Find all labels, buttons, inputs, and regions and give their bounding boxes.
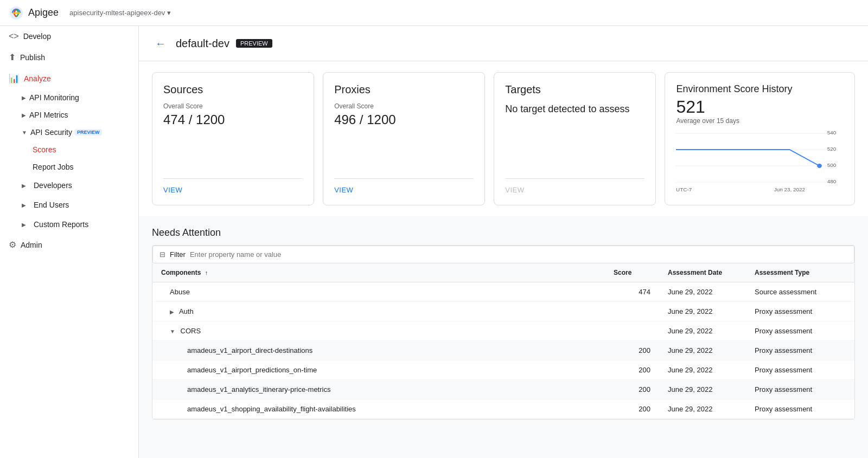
table-row: amadeus_v1_analytics_itinerary-price-met… (152, 380, 854, 399)
th-type-label: Assessment Type (755, 269, 809, 276)
needs-attention-table: Components ↑ Score Assessment Date Asses… (152, 263, 854, 419)
th-components-label: Components (161, 269, 201, 276)
page-header: ← default-dev PREVIEW (139, 26, 868, 61)
report-jobs-label: Report Jobs (33, 163, 73, 171)
proxies-card: Proxies Overall Score 496 / 1200 VIEW (323, 72, 485, 205)
main-content: ← default-dev PREVIEW Sources Overall Sc… (139, 26, 868, 458)
api-metrics-label: API Metrics (29, 111, 68, 119)
svg-text:UTC-7: UTC-7 (676, 186, 692, 192)
row-score: 200 (605, 380, 659, 399)
logo: Apigee (9, 5, 59, 21)
th-date-label: Assessment Date (668, 269, 722, 276)
sidebar-item-develop[interactable]: <> Develop (0, 26, 138, 47)
row-score (605, 302, 659, 321)
sidebar-item-report-jobs[interactable]: Report Jobs (0, 158, 138, 176)
row-score: 200 (605, 399, 659, 419)
sidebar-item-api-security[interactable]: ▼ API Security PREVIEW (0, 124, 138, 141)
table-row: ▶ Auth June 29, 2022 Proxy assessment (152, 302, 854, 321)
admin-label: Admin (21, 241, 42, 249)
targets-no-target-text: No target detected to assess (505, 102, 644, 116)
svg-text:Jun 23, 2022: Jun 23, 2022 (774, 186, 805, 192)
api-security-preview-badge: PREVIEW (74, 129, 103, 136)
proxies-view-link[interactable]: VIEW (334, 186, 353, 194)
row-score: 474 (605, 282, 659, 302)
svg-text:480: 480 (827, 178, 837, 184)
row-name: Abuse (170, 288, 190, 296)
apigee-logo-icon (9, 5, 24, 21)
filter-bar: ⊟ Filter (152, 246, 854, 263)
preview-tag: PREVIEW (236, 39, 272, 48)
sidebar-item-custom-reports[interactable]: ▶ Custom Reports (0, 215, 138, 234)
env-selector[interactable]: apisecurity-mltest-apigeex-dev ▾ (69, 9, 171, 17)
sidebar-item-api-metrics[interactable]: ▶ API Metrics (0, 106, 138, 124)
sources-score-label: Overall Score (163, 102, 303, 110)
row-name: Auth (179, 307, 194, 315)
sidebar-item-analyze[interactable]: 📊 Analyze (0, 68, 138, 89)
api-monitoring-label: API Monitoring (29, 93, 79, 102)
table-row: ▼ CORS June 29, 2022 Proxy assessment (152, 321, 854, 341)
th-assessment-date[interactable]: Assessment Date (659, 263, 746, 282)
sidebar-analyze-label: Analyze (24, 74, 51, 83)
table-row: amadeus_v1_shopping_availability_flight-… (152, 399, 854, 419)
app-title: Apigee (28, 7, 59, 18)
row-name: amadeus_v1_airport_predictions_on-time (187, 366, 317, 374)
table-row: amadeus_v1_airport_predictions_on-time 2… (152, 360, 854, 380)
proxies-title: Proxies (334, 83, 474, 96)
filter-icon: ⊟ (159, 250, 165, 259)
row-type: Proxy assessment (746, 321, 854, 341)
api-security-label: API Security (30, 128, 72, 137)
th-score[interactable]: Score (605, 263, 659, 282)
scores-label: Scores (33, 145, 56, 154)
env-score-chart: 540 520 500 480 UTC-7 (676, 129, 844, 194)
arrow-icon2: ▶ (22, 112, 26, 118)
table-row: amadeus_v1_airport_direct-destinations 2… (152, 341, 854, 360)
row-type: Proxy assessment (746, 360, 854, 380)
proxies-score-label: Overall Score (334, 102, 474, 110)
th-assessment-type[interactable]: Assessment Type (746, 263, 854, 282)
row-type: Proxy assessment (746, 341, 854, 360)
row-score: 200 (605, 341, 659, 360)
expand-icon[interactable]: ▶ (170, 309, 174, 315)
sidebar-item-end-users[interactable]: ▶ End Users (0, 195, 138, 215)
targets-title: Targets (505, 83, 644, 96)
admin-icon: ⚙ (9, 240, 16, 250)
row-date: June 29, 2022 (659, 360, 746, 380)
sources-title: Sources (163, 83, 303, 96)
analyze-icon: 📊 (9, 73, 20, 83)
arrow-icon3: ▶ (22, 183, 26, 189)
developers-label: Developers (34, 181, 72, 190)
needs-attention-section: Needs Attention ⊟ Filter Components ↑ (139, 216, 868, 430)
table-row: Abuse 474 June 29, 2022 Source assessmen… (152, 282, 854, 302)
sidebar-item-scores[interactable]: Scores (0, 141, 138, 158)
row-date: June 29, 2022 (659, 282, 746, 302)
score-cards-row: Sources Overall Score 474 / 1200 VIEW Pr… (139, 61, 868, 216)
env-score-subtitle: Average over 15 days (676, 117, 844, 125)
row-date: June 29, 2022 (659, 341, 746, 360)
page-title: default-dev (176, 37, 229, 50)
svg-text:520: 520 (827, 146, 837, 151)
svg-text:500: 500 (827, 162, 837, 167)
filter-input[interactable] (190, 250, 847, 259)
row-score (605, 321, 659, 341)
sidebar: <> Develop ⬆ Publish 📊 Analyze ▶ API Mon… (0, 26, 139, 458)
sources-view-link[interactable]: VIEW (163, 186, 182, 194)
svg-point-9 (818, 164, 822, 168)
row-name: CORS (181, 327, 201, 335)
row-type: Proxy assessment (746, 380, 854, 399)
th-components[interactable]: Components ↑ (152, 263, 605, 282)
sources-card: Sources Overall Score 474 / 1200 VIEW (152, 72, 314, 205)
env-score-value: 521 (676, 97, 844, 117)
back-button[interactable]: ← (152, 35, 169, 52)
arrow-icon5: ▶ (22, 222, 26, 228)
sidebar-item-api-monitoring[interactable]: ▶ API Monitoring (0, 89, 138, 106)
row-name: amadeus_v1_analytics_itinerary-price-met… (187, 385, 330, 394)
end-users-label: End Users (34, 201, 69, 209)
sidebar-item-developers[interactable]: ▶ Developers (0, 176, 138, 195)
down-arrow-icon: ▼ (22, 130, 27, 136)
sidebar-item-admin[interactable]: ⚙ Admin (0, 234, 138, 255)
row-name: amadeus_v1_shopping_availability_flight-… (187, 405, 356, 413)
collapse-icon[interactable]: ▼ (170, 328, 175, 334)
sidebar-item-publish[interactable]: ⬆ Publish (0, 47, 138, 68)
targets-card: Targets No target detected to assess VIE… (494, 72, 656, 205)
env-score-title: Environment Score History (676, 83, 844, 95)
